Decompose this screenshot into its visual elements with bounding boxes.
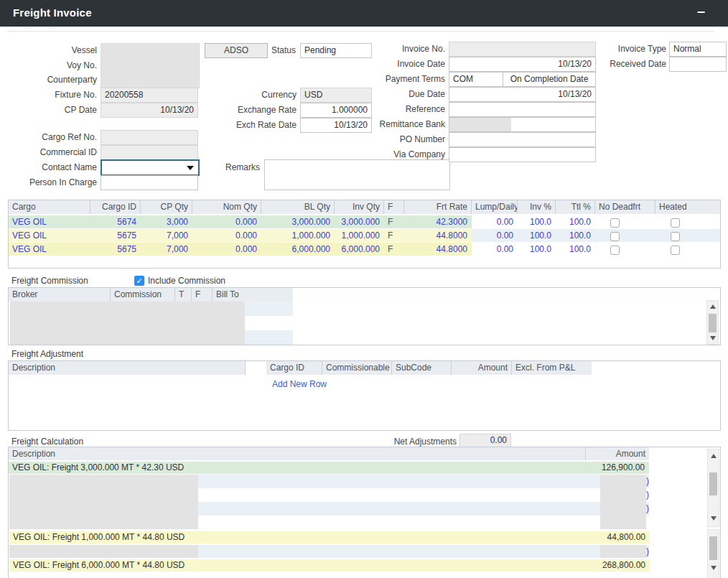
contact-name-label: Contact Name xyxy=(7,160,97,174)
col-calc-description: Description xyxy=(9,447,586,460)
scroll-up-icon[interactable] xyxy=(710,304,716,309)
remittance-bank-redacted-block xyxy=(449,118,511,131)
scrollbar-thumb[interactable] xyxy=(709,536,717,560)
col-amount: Amount xyxy=(452,361,512,375)
payment-terms-desc-field[interactable]: On Completion Date xyxy=(503,72,596,87)
calc-scrollbar-lower[interactable] xyxy=(707,529,719,578)
contact-name-combobox[interactable] xyxy=(101,159,200,176)
no-deadfrt-checkbox[interactable] xyxy=(610,246,620,255)
received-date-label: Received Date xyxy=(596,57,666,71)
redacted-amount-fragment: ) xyxy=(646,546,649,556)
cargo-row[interactable]: VEG OIL 5675 7,000 0.000 6,000.000 6,000… xyxy=(9,243,720,256)
broker-rows-redacted-block[interactable] xyxy=(10,302,245,345)
col-spacer xyxy=(246,361,266,375)
cp-date-field[interactable]: 10/13/20 xyxy=(101,103,198,118)
include-commission-label: Include Commission xyxy=(148,276,225,286)
redacted-amount-fragment: ) xyxy=(646,503,649,513)
person-in-charge-field[interactable] xyxy=(101,175,198,190)
payment-terms-code-field[interactable]: COM xyxy=(449,72,503,87)
add-new-row-link[interactable]: Add New Row xyxy=(272,379,327,389)
scroll-down-icon[interactable] xyxy=(711,516,717,521)
calc-scrollbar-upper[interactable] xyxy=(707,449,719,527)
heated-checkbox[interactable] xyxy=(671,232,680,241)
reference-label: Reference xyxy=(355,102,445,116)
counterparty-label: Counterparty xyxy=(7,73,97,87)
heated-checkbox[interactable] xyxy=(671,218,680,228)
freight-adjustment-section-label: Freight Adjustment xyxy=(11,349,83,359)
calc-description-redacted-block xyxy=(9,475,198,529)
bill-to-cell[interactable] xyxy=(245,330,293,345)
col-subcode: SubCode xyxy=(392,361,452,375)
exchange-rate-label: Exchange Rate xyxy=(218,103,297,117)
include-commission-checkbox[interactable]: ✓ xyxy=(134,276,144,286)
no-deadfrt-checkbox[interactable] xyxy=(610,218,620,228)
fixture-no-field[interactable]: 20200558 xyxy=(101,88,198,103)
col-bl-qty: BL Qty xyxy=(261,200,335,214)
col-broker: Broker xyxy=(9,288,111,302)
redacted-amount-fragment: ) xyxy=(646,490,649,500)
col-commissionable: Commissionable xyxy=(322,361,392,375)
freight-commission-section-label: Freight Commission xyxy=(11,276,88,286)
col-adj-cargo-id: Cargo ID xyxy=(266,361,322,375)
chevron-down-icon[interactable] xyxy=(187,166,194,170)
freight-adjustment-header: Description Cargo ID Commissionable SubC… xyxy=(9,361,720,375)
bill-to-cell[interactable] xyxy=(245,302,293,316)
via-company-field[interactable] xyxy=(449,147,596,162)
commission-scrollbar[interactable] xyxy=(706,300,719,345)
freight-calculation-header: Description Amount xyxy=(9,447,720,460)
person-in-charge-label: Person In Charge xyxy=(7,175,97,190)
freight-calculation-section-label: Freight Calculation xyxy=(11,437,83,447)
calc-row[interactable]: VEG OIL: Freight 3,000.000 MT * 42.30 US… xyxy=(9,462,720,474)
heated-checkbox[interactable] xyxy=(671,246,680,255)
no-deadfrt-checkbox[interactable] xyxy=(610,232,620,241)
reference-field[interactable] xyxy=(449,102,596,117)
col-cargo: Cargo xyxy=(9,200,90,214)
scroll-up-icon[interactable] xyxy=(711,454,717,458)
net-adjustments-field[interactable]: 0.00 xyxy=(459,434,511,447)
title-bar: Freight Invoice – xyxy=(0,0,728,27)
commercial-id-field[interactable] xyxy=(101,145,198,160)
col-commission-f: F xyxy=(192,288,213,302)
cargo-ref-no-label: Cargo Ref No. xyxy=(7,130,97,144)
content-top-divider xyxy=(7,31,714,32)
minimize-button[interactable]: – xyxy=(697,3,705,19)
calc-row[interactable]: VEG OIL: Freight 1,000.000 MT * 44.80 US… xyxy=(9,531,650,544)
invoice-no-field[interactable] xyxy=(449,42,596,57)
vessel-label: Vessel xyxy=(7,43,97,57)
calc-row[interactable]: VEG OIL: Freight 6,000.000 MT * 44.80 US… xyxy=(9,559,650,572)
col-frt-rate: Frt Rate xyxy=(404,200,472,214)
scroll-down-icon[interactable] xyxy=(710,336,716,340)
scrollbar-thumb[interactable] xyxy=(709,472,717,495)
voy-no-label: Voy No. xyxy=(7,58,97,73)
cargo-ref-no-field[interactable] xyxy=(101,130,198,145)
freight-calculation-table: Description Amount VEG OIL: Freight 3,00… xyxy=(8,447,721,578)
fixture-no-label: Fixture No. xyxy=(7,88,97,102)
status-label: Status xyxy=(224,43,296,57)
invoice-no-label: Invoice No. xyxy=(355,42,445,56)
due-date-field[interactable]: 10/13/20 xyxy=(449,87,596,102)
remarks-textarea[interactable] xyxy=(264,159,450,190)
invoice-type-field[interactable]: Normal xyxy=(669,42,727,57)
col-commission: Commission xyxy=(111,288,175,302)
remarks-label: Remarks xyxy=(217,160,260,174)
cargo-table-header: Cargo Cargo ID CP Qty Nom Qty BL Qty Inv… xyxy=(9,200,720,214)
po-number-field[interactable] xyxy=(449,132,596,147)
invoice-date-field[interactable]: 10/13/20 xyxy=(449,57,596,72)
remittance-bank-label: Remittance Bank xyxy=(355,117,445,131)
received-date-field[interactable] xyxy=(669,57,727,72)
vessel-voyage-redacted-block[interactable] xyxy=(101,43,200,88)
scroll-down-icon[interactable] xyxy=(711,566,717,570)
commercial-id-label: Commercial ID xyxy=(7,145,97,159)
window-title: Freight Invoice xyxy=(13,6,92,19)
col-lump-daily: Lump/Daily xyxy=(472,200,518,214)
calc-amount-redacted-block xyxy=(600,475,646,529)
calc-description-redacted-block xyxy=(9,545,198,558)
cargo-row[interactable]: VEG OIL 5674 3,000 0.000 3,000.000 3,000… xyxy=(9,215,720,228)
payment-terms-label: Payment Terms xyxy=(355,72,445,86)
cargo-row[interactable]: VEG OIL 5675 7,000 0.000 1,000.000 1,000… xyxy=(9,229,720,242)
freight-commission-table: Broker Commission T F Bill To xyxy=(8,287,721,345)
invoice-date-label: Invoice Date xyxy=(355,57,445,71)
scrollbar-thumb[interactable] xyxy=(709,314,717,332)
exch-rate-date-label: Exch Rate Date xyxy=(218,118,297,132)
col-cargo-id: Cargo ID xyxy=(90,200,141,214)
